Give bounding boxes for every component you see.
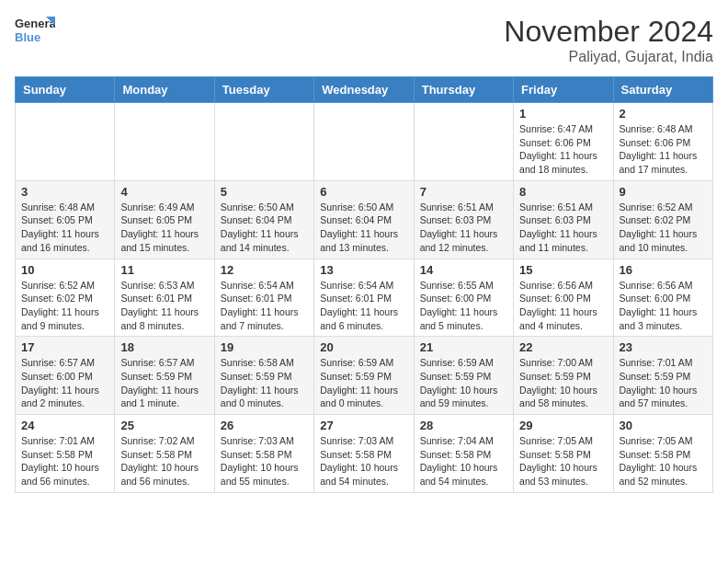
logo: GeneralBlue [15, 15, 55, 48]
svg-text:Blue: Blue [15, 30, 40, 44]
title-block: November 2024 Paliyad, Gujarat, India [504, 15, 713, 65]
calendar-cell: 14Sunrise: 6:55 AM Sunset: 6:00 PM Dayli… [414, 259, 513, 337]
day-number: 2 [620, 107, 707, 121]
calendar-cell: 10Sunrise: 6:52 AM Sunset: 6:02 PM Dayli… [16, 259, 115, 337]
calendar-cell: 30Sunrise: 7:05 AM Sunset: 5:58 PM Dayli… [613, 415, 712, 493]
weekday-header: Saturday [613, 77, 712, 103]
day-number: 16 [620, 263, 707, 277]
day-info: Sunrise: 6:59 AM Sunset: 5:59 PM Dayligh… [320, 356, 407, 410]
day-info: Sunrise: 7:05 AM Sunset: 5:58 PM Dayligh… [620, 434, 707, 488]
day-info: Sunrise: 6:52 AM Sunset: 6:02 PM Dayligh… [620, 201, 707, 255]
calendar-cell: 24Sunrise: 7:01 AM Sunset: 5:58 PM Dayli… [16, 415, 115, 493]
day-number: 29 [519, 419, 607, 432]
calendar-cell: 9Sunrise: 6:52 AM Sunset: 6:02 PM Daylig… [613, 180, 712, 259]
weekday-header: Thursday [414, 77, 513, 103]
weekday-header: Monday [115, 77, 214, 103]
calendar-cell: 25Sunrise: 7:02 AM Sunset: 5:58 PM Dayli… [115, 415, 214, 493]
calendar-cell: 21Sunrise: 6:59 AM Sunset: 5:59 PM Dayli… [414, 337, 513, 415]
day-info: Sunrise: 6:58 AM Sunset: 5:59 PM Dayligh… [221, 356, 308, 410]
day-number: 21 [420, 340, 507, 354]
day-number: 4 [120, 185, 208, 199]
day-number: 5 [221, 185, 308, 199]
day-number: 3 [21, 185, 108, 199]
day-number: 7 [420, 185, 507, 199]
day-info: Sunrise: 7:00 AM Sunset: 5:59 PM Dayligh… [519, 356, 607, 410]
day-number: 24 [21, 419, 108, 432]
day-info: Sunrise: 7:05 AM Sunset: 5:58 PM Dayligh… [519, 434, 607, 488]
day-info: Sunrise: 6:49 AM Sunset: 6:05 PM Dayligh… [120, 201, 208, 255]
calendar-week-row: 24Sunrise: 7:01 AM Sunset: 5:58 PM Dayli… [16, 415, 713, 493]
calendar-cell: 12Sunrise: 6:54 AM Sunset: 6:01 PM Dayli… [214, 259, 313, 337]
calendar-cell: 18Sunrise: 6:57 AM Sunset: 5:59 PM Dayli… [115, 337, 214, 415]
day-number: 15 [519, 263, 607, 277]
calendar-cell: 28Sunrise: 7:04 AM Sunset: 5:58 PM Dayli… [414, 415, 513, 493]
calendar-cell: 5Sunrise: 6:50 AM Sunset: 6:04 PM Daylig… [214, 180, 313, 259]
day-info: Sunrise: 7:02 AM Sunset: 5:58 PM Dayligh… [120, 434, 208, 488]
day-number: 26 [221, 419, 308, 432]
day-info: Sunrise: 7:01 AM Sunset: 5:58 PM Dayligh… [21, 434, 108, 488]
day-info: Sunrise: 6:51 AM Sunset: 6:03 PM Dayligh… [420, 201, 507, 255]
weekday-header: Sunday [16, 77, 115, 103]
day-number: 6 [320, 185, 407, 199]
day-number: 10 [21, 263, 108, 277]
calendar-cell: 2Sunrise: 6:48 AM Sunset: 6:06 PM Daylig… [613, 103, 712, 181]
day-info: Sunrise: 7:03 AM Sunset: 5:58 PM Dayligh… [320, 434, 407, 488]
day-info: Sunrise: 6:47 AM Sunset: 6:06 PM Dayligh… [519, 122, 607, 177]
calendar-cell: 11Sunrise: 6:53 AM Sunset: 6:01 PM Dayli… [115, 259, 214, 337]
calendar-cell: 3Sunrise: 6:48 AM Sunset: 6:05 PM Daylig… [16, 180, 115, 259]
weekday-header: Tuesday [214, 77, 313, 103]
day-info: Sunrise: 6:48 AM Sunset: 6:05 PM Dayligh… [21, 201, 108, 255]
day-number: 18 [120, 340, 208, 354]
day-number: 17 [21, 340, 108, 354]
calendar-cell: 4Sunrise: 6:49 AM Sunset: 6:05 PM Daylig… [115, 180, 214, 259]
day-number: 27 [320, 419, 407, 432]
calendar-cell: 6Sunrise: 6:50 AM Sunset: 6:04 PM Daylig… [314, 180, 414, 259]
calendar-cell: 1Sunrise: 6:47 AM Sunset: 6:06 PM Daylig… [514, 103, 613, 181]
location: Paliyad, Gujarat, India [504, 49, 713, 65]
day-info: Sunrise: 6:54 AM Sunset: 6:01 PM Dayligh… [221, 279, 308, 333]
day-number: 30 [620, 419, 707, 432]
calendar-week-row: 3Sunrise: 6:48 AM Sunset: 6:05 PM Daylig… [16, 180, 713, 259]
day-info: Sunrise: 6:51 AM Sunset: 6:03 PM Dayligh… [519, 201, 607, 255]
calendar-cell: 20Sunrise: 6:59 AM Sunset: 5:59 PM Dayli… [314, 337, 414, 415]
day-number: 22 [519, 340, 607, 354]
calendar-week-row: 1Sunrise: 6:47 AM Sunset: 6:06 PM Daylig… [16, 103, 713, 181]
calendar-cell [214, 103, 313, 181]
calendar-cell: 16Sunrise: 6:56 AM Sunset: 6:00 PM Dayli… [613, 259, 712, 337]
calendar-cell [16, 103, 115, 181]
day-info: Sunrise: 6:53 AM Sunset: 6:01 PM Dayligh… [120, 279, 208, 333]
calendar-cell: 15Sunrise: 6:56 AM Sunset: 6:00 PM Dayli… [514, 259, 613, 337]
day-number: 8 [519, 185, 607, 199]
weekday-header: Wednesday [314, 77, 414, 103]
day-info: Sunrise: 7:03 AM Sunset: 5:58 PM Dayligh… [221, 434, 308, 488]
calendar-table: SundayMondayTuesdayWednesdayThursdayFrid… [15, 76, 713, 493]
day-number: 23 [620, 340, 707, 354]
day-number: 9 [620, 185, 707, 199]
day-info: Sunrise: 6:50 AM Sunset: 6:04 PM Dayligh… [320, 201, 407, 255]
day-info: Sunrise: 6:59 AM Sunset: 5:59 PM Dayligh… [420, 356, 507, 410]
calendar-cell: 17Sunrise: 6:57 AM Sunset: 6:00 PM Dayli… [16, 337, 115, 415]
day-info: Sunrise: 6:52 AM Sunset: 6:02 PM Dayligh… [21, 279, 108, 333]
calendar-cell: 26Sunrise: 7:03 AM Sunset: 5:58 PM Dayli… [214, 415, 313, 493]
day-number: 28 [420, 419, 507, 432]
day-number: 13 [320, 263, 407, 277]
day-number: 1 [519, 107, 607, 121]
page-header: GeneralBlue November 2024 Paliyad, Gujar… [15, 15, 713, 65]
calendar-cell: 23Sunrise: 7:01 AM Sunset: 5:59 PM Dayli… [613, 337, 712, 415]
weekday-header: Friday [514, 77, 613, 103]
day-info: Sunrise: 6:57 AM Sunset: 5:59 PM Dayligh… [120, 356, 208, 410]
day-number: 20 [320, 340, 407, 354]
day-info: Sunrise: 7:04 AM Sunset: 5:58 PM Dayligh… [420, 434, 507, 488]
day-info: Sunrise: 6:56 AM Sunset: 6:00 PM Dayligh… [519, 279, 607, 333]
calendar-cell: 8Sunrise: 6:51 AM Sunset: 6:03 PM Daylig… [514, 180, 613, 259]
day-info: Sunrise: 7:01 AM Sunset: 5:59 PM Dayligh… [620, 356, 707, 410]
calendar-week-row: 10Sunrise: 6:52 AM Sunset: 6:02 PM Dayli… [16, 259, 713, 337]
calendar-cell [314, 103, 414, 181]
calendar-cell: 19Sunrise: 6:58 AM Sunset: 5:59 PM Dayli… [214, 337, 313, 415]
calendar-cell [414, 103, 513, 181]
logo-svg: GeneralBlue [15, 15, 55, 48]
day-info: Sunrise: 6:50 AM Sunset: 6:04 PM Dayligh… [221, 201, 308, 255]
calendar-cell [115, 103, 214, 181]
weekday-header-row: SundayMondayTuesdayWednesdayThursdayFrid… [16, 77, 713, 103]
day-number: 25 [120, 419, 208, 432]
